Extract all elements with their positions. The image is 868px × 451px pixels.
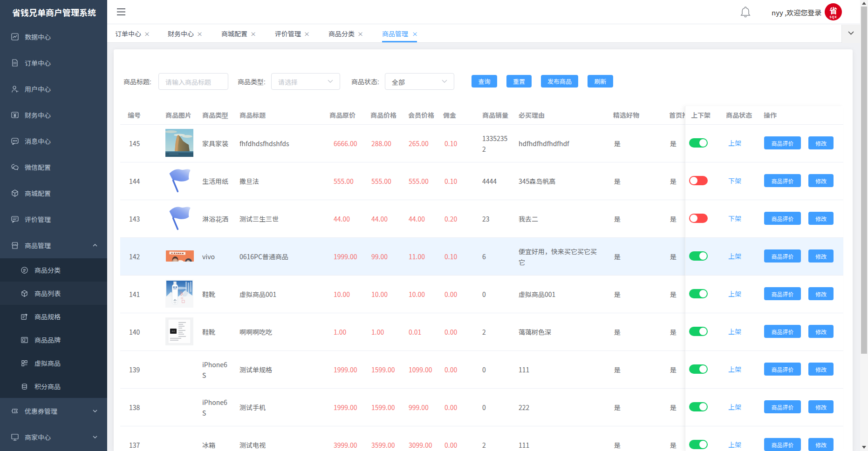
svg-text:商品: 商品 (171, 330, 175, 332)
